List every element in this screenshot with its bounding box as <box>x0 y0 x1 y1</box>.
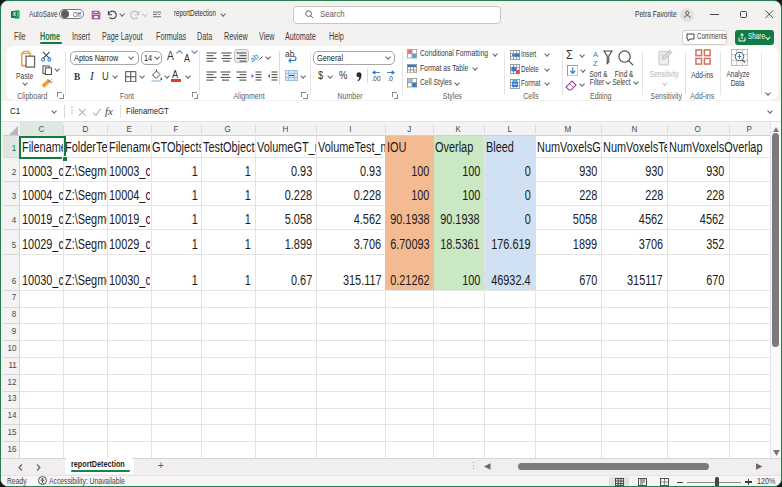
svg-text:A: A <box>593 50 598 59</box>
svg-text:.00: .00 <box>372 74 381 81</box>
svg-text:ab: ab <box>285 50 295 59</box>
svg-text:.0: .0 <box>387 74 393 81</box>
svg-text:Z: Z <box>593 59 598 67</box>
svg-text:ab: ab <box>251 51 261 62</box>
